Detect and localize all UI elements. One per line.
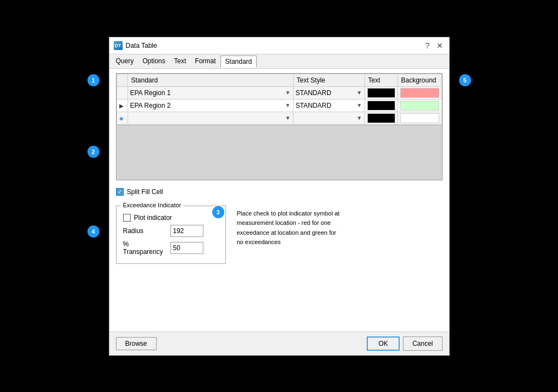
row3-arrow: ● [117, 112, 128, 124]
close-button[interactable]: ✕ [435, 41, 445, 51]
col-header-textstyle: Text Style [293, 74, 364, 86]
title-bar-buttons: ? ✕ [423, 41, 445, 51]
col-header-text: Text [364, 74, 397, 86]
row2-textstyle[interactable]: STANDARD ▼ [293, 99, 364, 112]
exceedance-group-label: Exceedance Indicator [121, 202, 184, 208]
row1-textstyle[interactable]: STANDARD ▼ [293, 86, 364, 99]
title-bar-left: DT Data Table [114, 41, 157, 50]
annotation-5: 5 [459, 74, 471, 86]
title-bar: DT Data Table ? ✕ [109, 37, 449, 54]
row3-textstyle[interactable]: ▼ [293, 112, 364, 124]
color-swatch-white[interactable] [400, 113, 439, 123]
radius-row: Radius [123, 225, 219, 237]
row1-arrow [117, 86, 128, 99]
bottom-bar: Browse OK Cancel [109, 332, 449, 355]
color-swatch-green[interactable] [400, 101, 439, 111]
color-swatch-black[interactable] [367, 101, 395, 111]
dialog-window: DT Data Table ? ✕ Query Options Text For… [109, 37, 450, 356]
content-area: Standard Text Style Text Background EPA … [109, 69, 449, 332]
empty-table-area [117, 125, 442, 180]
radius-label: Radius [123, 227, 167, 235]
dropdown-arrow-icon[interactable]: ▼ [357, 102, 362, 108]
table-row: ▶ EPA Region 2 ▼ STANDARD [117, 99, 441, 112]
row-arrow-icon: ▶ [119, 103, 124, 109]
tab-bar: Query Options Text Format Standard [109, 54, 449, 69]
color-swatch-red[interactable] [400, 88, 439, 98]
col-header-empty [117, 74, 128, 86]
plot-indicator-row: Plot indicator [123, 214, 219, 222]
dropdown-arrow-icon[interactable]: ▼ [285, 90, 291, 96]
dropdown-arrow-icon[interactable]: ▼ [285, 102, 291, 108]
row1-text-color[interactable] [364, 86, 397, 99]
dropdown-arrow-icon[interactable]: ▼ [357, 115, 362, 121]
color-swatch-black[interactable] [367, 88, 395, 98]
dialog-title: Data Table [126, 42, 157, 49]
add-row-icon: ● [119, 114, 124, 123]
ok-cancel-group: OK Cancel [367, 336, 442, 351]
info-text: Place check to plot indicator symbol at … [237, 203, 341, 247]
row2-bg-color[interactable] [397, 99, 441, 112]
color-swatch-black[interactable] [367, 113, 395, 123]
transparency-row: % Transparency [123, 240, 219, 256]
table-row: ● ▼ ▼ [117, 112, 441, 124]
row2-text-color[interactable] [364, 99, 397, 112]
annotation-1: 1 [87, 74, 100, 86]
annotation-3: 3 [212, 206, 224, 218]
col-header-background: Background [397, 74, 441, 86]
row1-bg-color[interactable] [397, 86, 441, 99]
split-fill-label: Split Fill Cell [127, 188, 163, 196]
cancel-button[interactable]: Cancel [403, 336, 442, 351]
exceedance-section: Exceedance Indicator Plot indicator Radi… [116, 203, 443, 264]
row2-arrow: ▶ [117, 99, 128, 112]
exceedance-indicator-box: Exceedance Indicator Plot indicator Radi… [116, 206, 226, 264]
tab-query[interactable]: Query [112, 56, 139, 67]
main-content: Standard Text Style Text Background EPA … [109, 69, 449, 332]
row3-bg-color[interactable] [397, 112, 441, 124]
app-icon: DT [114, 41, 123, 50]
annotation-2: 2 [87, 146, 100, 158]
annotation-4: 4 [87, 225, 100, 238]
tab-options[interactable]: Options [138, 56, 169, 67]
tab-format[interactable]: Format [191, 56, 220, 67]
radius-input[interactable] [170, 225, 203, 237]
row1-standard[interactable]: EPA Region 1 ▼ [128, 86, 293, 99]
row2-standard[interactable]: EPA Region 2 ▼ [128, 99, 293, 112]
row3-standard[interactable]: ▼ [128, 112, 293, 124]
plot-indicator-label: Plot indicator [134, 214, 172, 222]
row3-text-color[interactable] [364, 112, 397, 124]
transparency-input[interactable] [170, 242, 203, 254]
standards-table: Standard Text Style Text Background EPA … [117, 74, 442, 125]
transparency-label: % Transparency [123, 240, 167, 256]
data-table-container: Standard Text Style Text Background EPA … [116, 73, 443, 180]
tab-text[interactable]: Text [170, 56, 191, 67]
col-header-standard: Standard [128, 74, 293, 86]
dropdown-arrow-icon[interactable]: ▼ [357, 90, 362, 96]
help-button[interactable]: ? [423, 41, 433, 51]
browse-button[interactable]: Browse [116, 337, 157, 350]
ok-button[interactable]: OK [367, 336, 400, 351]
split-fill-checkbox[interactable]: ✓ [116, 188, 124, 196]
plot-indicator-checkbox[interactable] [123, 214, 131, 222]
table-row: EPA Region 1 ▼ STANDARD ▼ [117, 86, 441, 99]
tab-standard[interactable]: Standard [220, 56, 257, 68]
split-fill-row: ✓ Split Fill Cell [116, 186, 443, 198]
dropdown-arrow-icon[interactable]: ▼ [285, 115, 291, 121]
